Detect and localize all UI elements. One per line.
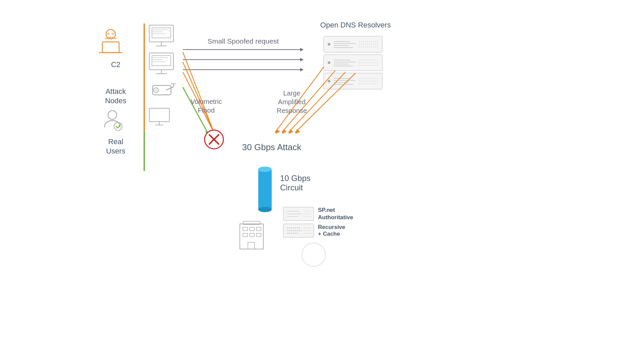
small-spoofed-label: Small Spoofed request <box>208 37 279 45</box>
amplified-label: Amplified <box>278 98 306 106</box>
attack-nodes-label2: Nodes <box>105 97 126 105</box>
svg-rect-0 <box>0 0 644 362</box>
svg-point-24 <box>155 89 157 91</box>
svg-point-83 <box>258 167 272 172</box>
svg-point-84 <box>258 207 272 212</box>
spnet-auth-label: SP.net <box>318 207 335 213</box>
recursive-box <box>283 224 314 237</box>
circuit-label: 10 Gbps <box>280 174 311 183</box>
open-dns-label: Open DNS Resolvers <box>320 21 391 29</box>
large-amplified-label: Large <box>283 89 300 97</box>
real-users-label2: Users <box>106 147 125 155</box>
dns-box1 <box>324 36 382 52</box>
svg-point-40 <box>328 43 330 46</box>
recursive-label2: + Cache <box>318 231 340 237</box>
diagram-container: C2 <box>0 0 644 362</box>
target-x <box>205 130 223 149</box>
spnet-auth-label2: Authoritative <box>318 214 353 221</box>
dns-box2 <box>324 55 382 71</box>
svg-point-7 <box>112 33 114 35</box>
svg-point-6 <box>107 33 110 35</box>
attack-30gbps-label: 30 Gbps Attack <box>242 142 302 152</box>
svg-rect-82 <box>258 169 272 209</box>
circuit-cylinder <box>258 167 272 212</box>
svg-point-58 <box>328 80 330 82</box>
circuit-label2: Circuit <box>280 183 303 192</box>
spnet-auth-box <box>283 207 314 221</box>
recursive-label: Recursive <box>318 224 345 230</box>
response-label: Response <box>277 107 307 114</box>
volumetric-flood-label: Volumetric <box>191 98 222 105</box>
volumetric-flood-label2: Flood <box>198 107 215 114</box>
c2-label: C2 <box>111 60 120 69</box>
svg-point-49 <box>328 61 330 64</box>
attack-nodes-label: Attack <box>105 87 126 96</box>
real-users-label: Real <box>108 137 123 146</box>
